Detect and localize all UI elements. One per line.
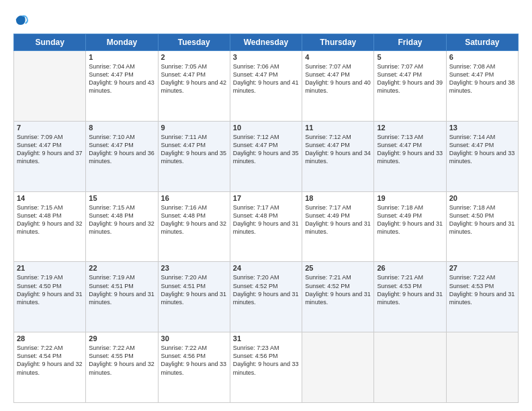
day-number: 13 bbox=[449, 124, 515, 132]
weekday-monday: Monday bbox=[86, 34, 158, 51]
day-cell: 2Sunrise: 7:05 AMSunset: 4:47 PMDaylight… bbox=[158, 51, 230, 122]
day-number: 9 bbox=[161, 124, 227, 132]
day-number: 23 bbox=[161, 264, 227, 272]
day-number: 31 bbox=[233, 334, 299, 342]
day-info: Sunrise: 7:13 AMSunset: 4:47 PMDaylight:… bbox=[377, 133, 443, 166]
day-number: 7 bbox=[17, 124, 83, 132]
day-cell: 4Sunrise: 7:07 AMSunset: 4:47 PMDaylight… bbox=[302, 51, 374, 122]
day-number: 11 bbox=[305, 124, 371, 132]
day-info: Sunrise: 7:18 AMSunset: 4:49 PMDaylight:… bbox=[377, 203, 443, 236]
weekday-sunday: Sunday bbox=[14, 34, 86, 51]
week-row-1: 1Sunrise: 7:04 AMSunset: 4:47 PMDaylight… bbox=[14, 51, 519, 122]
logo bbox=[13, 12, 31, 27]
day-info: Sunrise: 7:05 AMSunset: 4:47 PMDaylight:… bbox=[161, 62, 227, 95]
day-cell: 5Sunrise: 7:07 AMSunset: 4:47 PMDaylight… bbox=[374, 51, 446, 122]
weekday-header-row: SundayMondayTuesdayWednesdayThursdayFrid… bbox=[14, 34, 519, 51]
day-cell: 9Sunrise: 7:11 AMSunset: 4:47 PMDaylight… bbox=[158, 121, 230, 191]
day-cell: 23Sunrise: 7:20 AMSunset: 4:51 PMDayligh… bbox=[158, 262, 230, 332]
weekday-friday: Friday bbox=[374, 34, 446, 51]
day-cell: 26Sunrise: 7:21 AMSunset: 4:53 PMDayligh… bbox=[374, 262, 446, 332]
day-info: Sunrise: 7:04 AMSunset: 4:47 PMDaylight:… bbox=[89, 62, 154, 95]
week-row-3: 14Sunrise: 7:15 AMSunset: 4:48 PMDayligh… bbox=[14, 191, 519, 262]
day-info: Sunrise: 7:17 AMSunset: 4:49 PMDaylight:… bbox=[305, 203, 371, 236]
day-cell: 29Sunrise: 7:22 AMSunset: 4:55 PMDayligh… bbox=[86, 332, 158, 403]
day-cell: 12Sunrise: 7:13 AMSunset: 4:47 PMDayligh… bbox=[374, 121, 446, 191]
day-info: Sunrise: 7:22 AMSunset: 4:53 PMDaylight:… bbox=[449, 273, 515, 306]
day-cell: 13Sunrise: 7:14 AMSunset: 4:47 PMDayligh… bbox=[446, 121, 518, 191]
day-info: Sunrise: 7:22 AMSunset: 4:56 PMDaylight:… bbox=[161, 344, 227, 377]
day-number: 6 bbox=[449, 53, 515, 61]
day-number: 30 bbox=[161, 334, 227, 342]
day-number: 5 bbox=[377, 53, 443, 61]
day-info: Sunrise: 7:14 AMSunset: 4:47 PMDaylight:… bbox=[449, 133, 515, 166]
day-number: 25 bbox=[305, 264, 371, 272]
day-cell: 7Sunrise: 7:09 AMSunset: 4:47 PMDaylight… bbox=[14, 121, 86, 191]
day-number: 4 bbox=[305, 53, 371, 61]
day-info: Sunrise: 7:07 AMSunset: 4:47 PMDaylight:… bbox=[305, 62, 371, 95]
day-info: Sunrise: 7:16 AMSunset: 4:48 PMDaylight:… bbox=[161, 203, 227, 236]
day-info: Sunrise: 7:12 AMSunset: 4:47 PMDaylight:… bbox=[305, 133, 371, 166]
day-number: 3 bbox=[233, 53, 299, 61]
day-cell: 20Sunrise: 7:18 AMSunset: 4:50 PMDayligh… bbox=[446, 191, 518, 262]
day-info: Sunrise: 7:15 AMSunset: 4:48 PMDaylight:… bbox=[17, 203, 83, 236]
day-number: 12 bbox=[377, 124, 443, 132]
day-cell bbox=[302, 332, 374, 403]
day-info: Sunrise: 7:11 AMSunset: 4:47 PMDaylight:… bbox=[161, 133, 227, 166]
day-number: 14 bbox=[17, 194, 83, 202]
day-info: Sunrise: 7:15 AMSunset: 4:48 PMDaylight:… bbox=[89, 203, 154, 236]
day-info: Sunrise: 7:06 AMSunset: 4:47 PMDaylight:… bbox=[233, 62, 299, 95]
day-cell: 6Sunrise: 7:08 AMSunset: 4:47 PMDaylight… bbox=[446, 51, 518, 122]
weekday-wednesday: Wednesday bbox=[230, 34, 302, 51]
day-cell: 19Sunrise: 7:18 AMSunset: 4:49 PMDayligh… bbox=[374, 191, 446, 262]
day-info: Sunrise: 7:23 AMSunset: 4:56 PMDaylight:… bbox=[233, 344, 299, 377]
day-cell: 16Sunrise: 7:16 AMSunset: 4:48 PMDayligh… bbox=[158, 191, 230, 262]
day-info: Sunrise: 7:22 AMSunset: 4:54 PMDaylight:… bbox=[17, 344, 83, 377]
day-info: Sunrise: 7:20 AMSunset: 4:52 PMDaylight:… bbox=[233, 273, 299, 306]
day-cell: 30Sunrise: 7:22 AMSunset: 4:56 PMDayligh… bbox=[158, 332, 230, 403]
day-number: 24 bbox=[233, 264, 299, 272]
day-number: 19 bbox=[377, 194, 443, 202]
day-number: 1 bbox=[89, 53, 154, 61]
day-info: Sunrise: 7:21 AMSunset: 4:53 PMDaylight:… bbox=[377, 273, 443, 306]
day-info: Sunrise: 7:17 AMSunset: 4:48 PMDaylight:… bbox=[233, 203, 299, 236]
day-number: 29 bbox=[89, 334, 154, 342]
day-cell bbox=[374, 332, 446, 403]
calendar-table: SundayMondayTuesdayWednesdayThursdayFrid… bbox=[13, 34, 519, 403]
day-cell: 22Sunrise: 7:19 AMSunset: 4:51 PMDayligh… bbox=[86, 262, 158, 332]
day-cell: 1Sunrise: 7:04 AMSunset: 4:47 PMDaylight… bbox=[86, 51, 158, 122]
day-cell: 25Sunrise: 7:21 AMSunset: 4:52 PMDayligh… bbox=[302, 262, 374, 332]
week-row-5: 28Sunrise: 7:22 AMSunset: 4:54 PMDayligh… bbox=[14, 332, 519, 403]
day-cell: 10Sunrise: 7:12 AMSunset: 4:47 PMDayligh… bbox=[230, 121, 302, 191]
day-info: Sunrise: 7:18 AMSunset: 4:50 PMDaylight:… bbox=[449, 203, 515, 236]
day-info: Sunrise: 7:19 AMSunset: 4:51 PMDaylight:… bbox=[89, 273, 154, 306]
day-number: 26 bbox=[377, 264, 443, 272]
weekday-thursday: Thursday bbox=[302, 34, 374, 51]
day-number: 22 bbox=[89, 264, 154, 272]
logo-icon bbox=[13, 12, 28, 27]
day-number: 10 bbox=[233, 124, 299, 132]
day-info: Sunrise: 7:07 AMSunset: 4:47 PMDaylight:… bbox=[377, 62, 443, 95]
weekday-saturday: Saturday bbox=[446, 34, 518, 51]
week-row-4: 21Sunrise: 7:19 AMSunset: 4:50 PMDayligh… bbox=[14, 262, 519, 332]
day-number: 27 bbox=[449, 264, 515, 272]
day-cell bbox=[446, 332, 518, 403]
day-info: Sunrise: 7:10 AMSunset: 4:47 PMDaylight:… bbox=[89, 133, 154, 166]
day-info: Sunrise: 7:09 AMSunset: 4:47 PMDaylight:… bbox=[17, 133, 83, 166]
day-info: Sunrise: 7:19 AMSunset: 4:50 PMDaylight:… bbox=[17, 273, 83, 306]
day-info: Sunrise: 7:22 AMSunset: 4:55 PMDaylight:… bbox=[89, 344, 154, 377]
day-cell: 28Sunrise: 7:22 AMSunset: 4:54 PMDayligh… bbox=[14, 332, 86, 403]
day-cell: 15Sunrise: 7:15 AMSunset: 4:48 PMDayligh… bbox=[86, 191, 158, 262]
weekday-tuesday: Tuesday bbox=[158, 34, 230, 51]
day-number: 20 bbox=[449, 194, 515, 202]
day-info: Sunrise: 7:08 AMSunset: 4:47 PMDaylight:… bbox=[449, 62, 515, 95]
day-cell: 27Sunrise: 7:22 AMSunset: 4:53 PMDayligh… bbox=[446, 262, 518, 332]
day-number: 17 bbox=[233, 194, 299, 202]
day-cell: 8Sunrise: 7:10 AMSunset: 4:47 PMDaylight… bbox=[86, 121, 158, 191]
page: SundayMondayTuesdayWednesdayThursdayFrid… bbox=[0, 0, 532, 411]
day-cell: 31Sunrise: 7:23 AMSunset: 4:56 PMDayligh… bbox=[230, 332, 302, 403]
day-cell: 17Sunrise: 7:17 AMSunset: 4:48 PMDayligh… bbox=[230, 191, 302, 262]
day-cell: 3Sunrise: 7:06 AMSunset: 4:47 PMDaylight… bbox=[230, 51, 302, 122]
day-number: 28 bbox=[17, 334, 83, 342]
day-number: 15 bbox=[89, 194, 154, 202]
day-cell: 11Sunrise: 7:12 AMSunset: 4:47 PMDayligh… bbox=[302, 121, 374, 191]
